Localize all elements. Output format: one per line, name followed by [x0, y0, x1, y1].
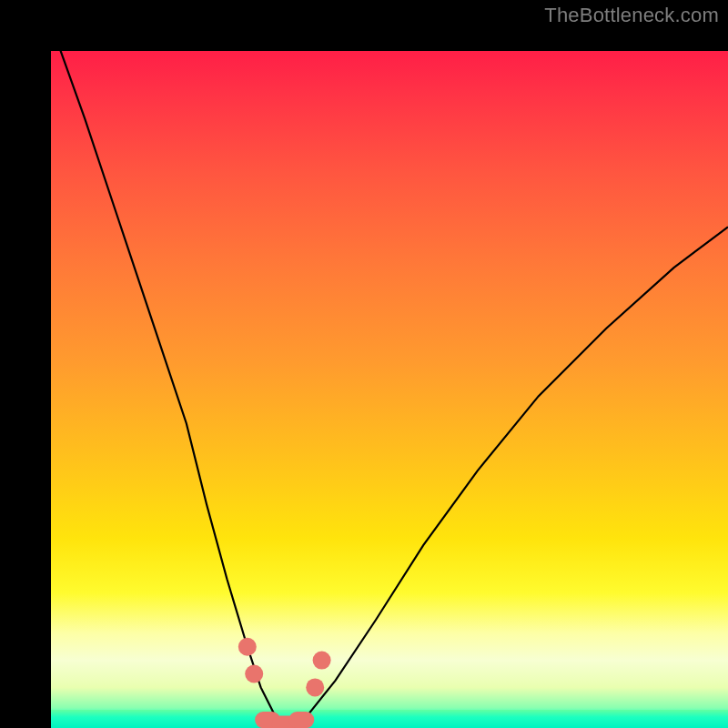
right-upper-dot — [313, 652, 331, 670]
chart-frame — [0, 0, 728, 728]
watermark-text: TheBottleneck.com — [544, 4, 719, 27]
valley-seg-3 — [288, 712, 314, 728]
bottleneck-curve — [51, 51, 728, 724]
plot-area — [51, 51, 728, 728]
right-lower-dot — [306, 678, 324, 696]
left-lower-dot — [245, 665, 263, 683]
curve-layer — [51, 51, 728, 728]
left-upper-dot — [238, 638, 257, 656]
